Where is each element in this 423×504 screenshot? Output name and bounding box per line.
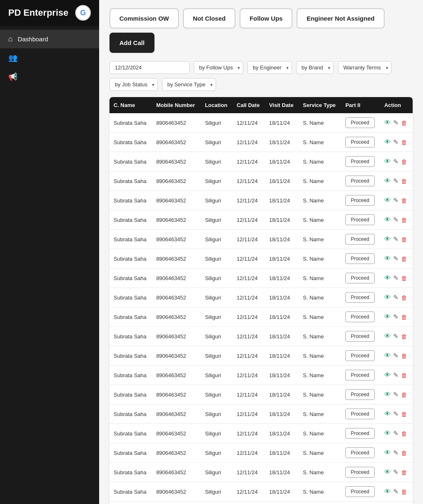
proceed-button[interactable]: Proceed xyxy=(345,428,375,439)
view-icon[interactable]: 👁 xyxy=(384,352,391,359)
delete-icon[interactable]: 🗑 xyxy=(401,216,407,223)
delete-icon[interactable]: 🗑 xyxy=(401,275,407,282)
edit-icon[interactable]: ✎ xyxy=(393,410,399,418)
edit-icon[interactable]: ✎ xyxy=(393,119,399,126)
proceed-button[interactable]: Proceed xyxy=(345,486,375,497)
proceed-button[interactable]: Proceed xyxy=(345,467,375,478)
google-account-button[interactable]: G xyxy=(75,5,91,21)
delete-icon[interactable]: 🗑 xyxy=(401,139,407,146)
delete-icon[interactable]: 🗑 xyxy=(401,391,407,398)
view-icon[interactable]: 👁 xyxy=(384,488,391,495)
view-icon[interactable]: 👁 xyxy=(384,235,391,243)
proceed-button[interactable]: Proceed xyxy=(345,311,375,322)
delete-icon[interactable]: 🗑 xyxy=(401,294,407,301)
sidebar-item-announcements[interactable]: 📢 xyxy=(0,67,99,86)
edit-icon[interactable]: ✎ xyxy=(393,255,399,262)
edit-icon[interactable]: ✎ xyxy=(393,468,399,476)
edit-icon[interactable]: ✎ xyxy=(393,430,399,437)
proceed-button[interactable]: Proceed xyxy=(345,176,375,186)
proceed-button[interactable]: Proceed xyxy=(345,214,375,225)
proceed-button[interactable]: Proceed xyxy=(345,273,375,283)
delete-icon[interactable]: 🗑 xyxy=(401,197,407,204)
view-icon[interactable]: 👁 xyxy=(384,313,391,321)
proceed-button[interactable]: Proceed xyxy=(345,253,375,264)
delete-icon[interactable]: 🗑 xyxy=(401,372,407,379)
delete-icon[interactable]: 🗑 xyxy=(401,236,407,243)
edit-icon[interactable]: ✎ xyxy=(393,177,399,185)
edit-icon[interactable]: ✎ xyxy=(393,488,399,495)
view-icon[interactable]: 👁 xyxy=(384,468,391,476)
proceed-button[interactable]: Proceed xyxy=(345,389,375,400)
edit-icon[interactable]: ✎ xyxy=(393,294,399,301)
view-icon[interactable]: 👁 xyxy=(384,274,391,282)
edit-icon[interactable]: ✎ xyxy=(393,216,399,223)
service-type-filter[interactable]: by Service Type xyxy=(162,78,216,91)
table-row: Subrata Saha 8906463452 Siliguri 12/11/2… xyxy=(109,249,413,269)
not-closed-button[interactable]: Not Closed xyxy=(183,8,235,29)
proceed-button[interactable]: Proceed xyxy=(345,350,375,361)
delete-icon[interactable]: 🗑 xyxy=(401,255,407,262)
edit-icon[interactable]: ✎ xyxy=(393,197,399,204)
view-icon[interactable]: 👁 xyxy=(384,158,391,165)
brand-filter[interactable]: by Brand xyxy=(296,61,334,74)
view-icon[interactable]: 👁 xyxy=(384,294,391,301)
view-icon[interactable]: 👁 xyxy=(384,138,391,146)
delete-icon[interactable]: 🗑 xyxy=(401,430,407,437)
sidebar-item-users[interactable]: 👥 xyxy=(0,48,99,67)
delete-icon[interactable]: 🗑 xyxy=(401,411,407,418)
edit-icon[interactable]: ✎ xyxy=(393,274,399,282)
view-icon[interactable]: 👁 xyxy=(384,371,391,379)
edit-icon[interactable]: ✎ xyxy=(393,138,399,146)
delete-icon[interactable]: 🗑 xyxy=(401,314,407,321)
delete-icon[interactable]: 🗑 xyxy=(401,333,407,340)
follow-ups-filter[interactable]: by Follow Ups xyxy=(194,61,243,74)
view-icon[interactable]: 👁 xyxy=(384,197,391,204)
proceed-button[interactable]: Proceed xyxy=(345,447,375,458)
warranty-filter[interactable]: Warranty Terms xyxy=(338,61,392,74)
view-icon[interactable]: 👁 xyxy=(384,449,391,456)
table-row: Subrata Saha 8906463452 Siliguri 12/11/2… xyxy=(109,482,413,502)
date-filter-input[interactable] xyxy=(109,61,190,74)
edit-icon[interactable]: ✎ xyxy=(393,313,399,321)
cell-action: 👁 ✎ 🗑 xyxy=(380,191,413,210)
job-status-filter[interactable]: by Job Status xyxy=(109,78,158,91)
sidebar-item-dashboard[interactable]: ⌂ Dashboard xyxy=(0,30,99,48)
delete-icon[interactable]: 🗑 xyxy=(401,352,407,359)
edit-icon[interactable]: ✎ xyxy=(393,371,399,379)
view-icon[interactable]: 👁 xyxy=(384,177,391,185)
delete-icon[interactable]: 🗑 xyxy=(401,449,407,456)
sidebar: PD Enterprise G ⌂ Dashboard 👥 📢 xyxy=(0,0,99,504)
view-icon[interactable]: 👁 xyxy=(384,333,391,340)
edit-icon[interactable]: ✎ xyxy=(393,235,399,243)
engineer-not-assigned-button[interactable]: Engineer Not Assigned xyxy=(297,8,384,29)
view-icon[interactable]: 👁 xyxy=(384,430,391,437)
proceed-button[interactable]: Proceed xyxy=(345,156,375,167)
edit-icon[interactable]: ✎ xyxy=(393,352,399,359)
add-call-button[interactable]: Add Call xyxy=(109,33,154,53)
edit-icon[interactable]: ✎ xyxy=(393,333,399,340)
commission-ow-button[interactable]: Commission OW xyxy=(109,8,179,29)
delete-icon[interactable]: 🗑 xyxy=(401,178,407,185)
view-icon[interactable]: 👁 xyxy=(384,255,391,262)
delete-icon[interactable]: 🗑 xyxy=(401,469,407,476)
proceed-button[interactable]: Proceed xyxy=(345,117,375,128)
engineer-filter[interactable]: by Engineer xyxy=(247,61,292,74)
proceed-button[interactable]: Proceed xyxy=(345,370,375,380)
edit-icon[interactable]: ✎ xyxy=(393,391,399,398)
view-icon[interactable]: 👁 xyxy=(384,410,391,418)
proceed-button[interactable]: Proceed xyxy=(345,292,375,303)
delete-icon[interactable]: 🗑 xyxy=(401,119,407,126)
edit-icon[interactable]: ✎ xyxy=(393,158,399,165)
delete-icon[interactable]: 🗑 xyxy=(401,158,407,165)
proceed-button[interactable]: Proceed xyxy=(345,331,375,342)
delete-icon[interactable]: 🗑 xyxy=(401,488,407,495)
view-icon[interactable]: 👁 xyxy=(384,119,391,126)
proceed-button[interactable]: Proceed xyxy=(345,195,375,206)
view-icon[interactable]: 👁 xyxy=(384,391,391,398)
proceed-button[interactable]: Proceed xyxy=(345,234,375,245)
proceed-button[interactable]: Proceed xyxy=(345,137,375,147)
edit-icon[interactable]: ✎ xyxy=(393,449,399,456)
view-icon[interactable]: 👁 xyxy=(384,216,391,223)
proceed-button[interactable]: Proceed xyxy=(345,409,375,419)
follow-ups-button[interactable]: Follow Ups xyxy=(240,8,292,29)
